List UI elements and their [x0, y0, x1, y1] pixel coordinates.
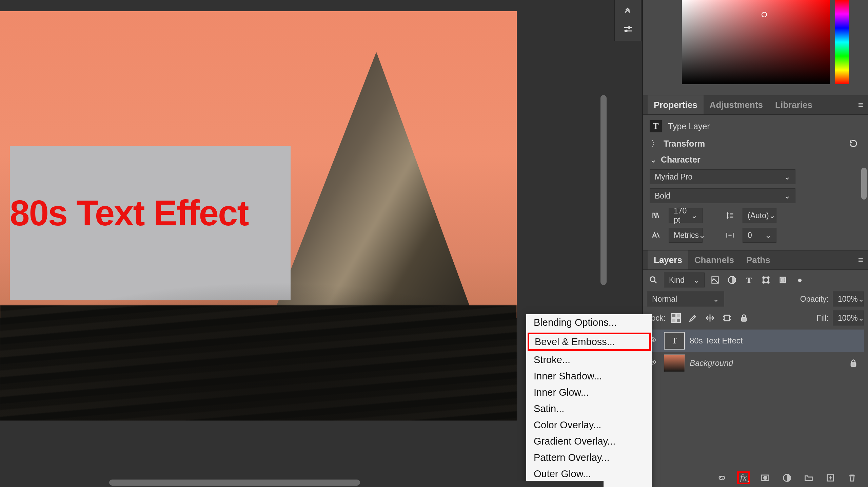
tab-properties[interactable]: Properties [648, 95, 704, 114]
svg-rect-19 [851, 363, 856, 367]
reset-icon[interactable] [847, 137, 860, 150]
type-layer-icon: T [650, 120, 662, 132]
character-label[interactable]: Character [661, 155, 701, 165]
menu-item[interactable]: Stroke... [526, 352, 652, 368]
filter-adjustment-icon[interactable] [726, 274, 738, 286]
tracking-dropdown[interactable]: 0⌄ [743, 228, 776, 243]
color-picker-marker[interactable] [762, 12, 767, 17]
panel-v-scrollbar[interactable] [861, 168, 867, 200]
svg-rect-11 [782, 279, 784, 281]
font-family-dropdown[interactable]: Myriad Pro ⌄ [650, 169, 795, 184]
menu-item[interactable]: Satin... [526, 400, 652, 417]
tracking-value: 0 [748, 231, 752, 240]
tab-paths[interactable]: Paths [740, 250, 776, 269]
delete-layer-icon[interactable] [846, 471, 859, 484]
layers-bottom-bar: fx [643, 468, 868, 487]
filter-pixel-icon[interactable] [709, 274, 722, 286]
panel-menu-icon[interactable]: ≡ [858, 255, 863, 265]
hue-slider[interactable] [835, 0, 849, 84]
svg-point-18 [652, 361, 654, 363]
leading-dropdown[interactable]: (Auto)⌄ [743, 208, 776, 223]
chevron-right-icon[interactable]: 〉 [651, 138, 659, 149]
svg-point-21 [764, 476, 767, 479]
fill-dropdown[interactable]: 100%⌄ [833, 311, 864, 325]
chevron-down-icon[interactable]: ⌄ [650, 155, 657, 165]
filter-smart-icon[interactable] [776, 274, 789, 286]
svg-rect-13 [671, 313, 676, 318]
layer-name[interactable]: Background [690, 358, 733, 368]
healing-brush-tool-icon[interactable] [618, 3, 638, 18]
color-picker[interactable] [682, 0, 830, 84]
font-size-icon [650, 209, 663, 222]
menu-item[interactable]: Outer Glow... [526, 466, 652, 482]
tab-libraries[interactable]: Libraries [769, 95, 818, 114]
layer-mask-icon[interactable] [759, 471, 772, 484]
kerning-value: Metrics [674, 231, 699, 240]
layer-item[interactable]: T80s Text Effect [647, 330, 864, 352]
lock-position-icon[interactable] [704, 312, 716, 324]
font-size-dropdown[interactable]: 170 pt⌄ [669, 208, 703, 223]
filter-kind-value: Kind [669, 276, 685, 285]
canvas-text[interactable]: 80s Text Effect [10, 193, 248, 233]
blend-mode-dropdown[interactable]: Normal⌄ [647, 292, 724, 306]
svg-rect-16 [742, 318, 746, 321]
font-style-dropdown[interactable]: Bold ⌄ [650, 188, 795, 203]
lock-transparency-icon[interactable] [670, 312, 683, 324]
filter-type-icon[interactable]: T [743, 274, 755, 286]
lock-artboard-icon[interactable] [721, 312, 733, 324]
layer-style-menu: Blending Options...Bevel & Emboss...Stro… [526, 314, 652, 487]
menu-item[interactable]: Gradient Overlay... [526, 433, 652, 449]
opacity-label: Opacity: [800, 295, 829, 304]
fill-label: Fill: [816, 314, 829, 323]
panel-menu-icon[interactable]: ≡ [858, 100, 863, 110]
tab-channels[interactable]: Channels [688, 250, 740, 269]
layer-fx-button[interactable]: fx [737, 471, 750, 484]
filter-shape-icon[interactable] [760, 274, 772, 286]
adjustment-layer-icon[interactable] [781, 471, 793, 484]
filter-kind-dropdown[interactable]: Kind⌄ [664, 273, 705, 287]
menu-item[interactable]: Bevel & Emboss... [528, 333, 651, 351]
font-size-value: 170 pt [674, 206, 691, 225]
lock-all-icon[interactable] [737, 312, 750, 324]
menu-item[interactable]: Color Overlay... [526, 417, 652, 433]
lock-icon[interactable] [847, 357, 860, 370]
menu-item[interactable]: Pattern Overlay... [526, 449, 652, 466]
tracking-icon [724, 229, 736, 242]
mountain-shape [258, 52, 495, 323]
tab-layers[interactable]: Layers [648, 250, 688, 269]
canvas-h-scrollbar[interactable] [109, 480, 360, 486]
menu-item[interactable]: Inner Glow... [526, 384, 652, 400]
svg-point-1 [626, 30, 627, 32]
status-bar [0, 481, 604, 487]
transform-label[interactable]: Transform [664, 139, 705, 149]
right-panel: Properties Adjustments Libraries ≡ T Typ… [642, 0, 868, 487]
layer-thumbnail[interactable]: T [664, 332, 685, 350]
link-layers-icon[interactable] [715, 471, 728, 484]
new-layer-icon[interactable] [824, 471, 837, 484]
opacity-value: 100% [838, 295, 858, 304]
opacity-dropdown[interactable]: 100%⌄ [833, 292, 864, 306]
tab-adjustments[interactable]: Adjustments [704, 95, 769, 114]
layers-body: Kind⌄ T ● Normal⌄ Opacity: 100%⌄ Lock: [643, 270, 868, 374]
lock-paint-icon[interactable] [687, 312, 699, 324]
canvas-v-scrollbar[interactable] [600, 95, 607, 285]
kerning-dropdown[interactable]: Metrics⌄ [669, 228, 703, 243]
layer-thumbnail[interactable] [664, 354, 685, 372]
kerning-icon [650, 229, 663, 242]
properties-body: T Type Layer 〉 Transform ⌄ Character Myr… [643, 115, 868, 250]
layer-item[interactable]: Background [647, 352, 864, 374]
sliders-icon[interactable] [618, 22, 638, 37]
blend-mode-value: Normal [652, 295, 677, 304]
svg-point-2 [650, 277, 655, 282]
search-icon[interactable] [647, 274, 660, 286]
layer-list: T80s Text EffectBackground [647, 330, 864, 374]
filter-toggle-icon[interactable]: ● [793, 274, 806, 286]
new-group-icon[interactable] [802, 471, 815, 484]
font-family-value: Myriad Pro [655, 172, 692, 182]
layer-name[interactable]: 80s Text Effect [690, 336, 743, 345]
tool-rail [614, 0, 642, 41]
typelayer-label: Type Layer [668, 121, 710, 131]
menu-item[interactable]: Inner Shadow... [526, 368, 652, 384]
menu-item[interactable]: Blending Options... [526, 314, 652, 332]
document-canvas[interactable]: 80s Text Effect [0, 11, 517, 420]
